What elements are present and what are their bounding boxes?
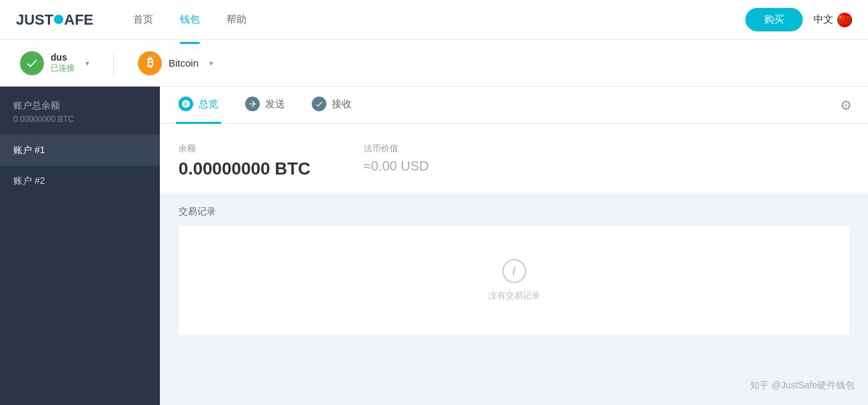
sidebar: 账户总余额 0.00000000 BTC 账户 #1 账户 #2 <box>0 87 160 405</box>
transaction-empty-state: i 没有交易记录 <box>179 226 849 335</box>
no-transactions-text: 没有交易记录 <box>488 290 540 302</box>
sidebar-account-1[interactable]: 账户 #1 <box>0 135 160 166</box>
coin-dropdown-arrow: ▾ <box>209 59 213 68</box>
pie-chart-icon <box>181 99 191 109</box>
overview-tab-icon <box>179 97 193 111</box>
sidebar-total-value: 0.00000000 BTC <box>13 115 147 124</box>
send-tab-icon <box>245 97 260 111</box>
tab-receive-label: 接收 <box>332 98 352 111</box>
transaction-section: 交易记录 i 没有交易记录 <box>160 193 868 335</box>
crypto-balance-block: 余额 0.00000000 BTC <box>179 143 310 179</box>
tab-send-label: 发送 <box>265 98 285 111</box>
lang-selector[interactable]: 中文 <box>813 13 852 27</box>
main-nav: 首页 钱包 帮助 <box>133 8 745 31</box>
tab-overview[interactable]: 总览 <box>176 87 221 124</box>
subheader-divider <box>113 51 114 75</box>
main-layout: 账户总余额 0.00000000 BTC 账户 #1 账户 #2 总览 <box>0 87 868 405</box>
balance-section: 余额 0.00000000 BTC 法币价值 ≈0.00 USD <box>160 124 868 193</box>
receive-icon <box>314 99 324 109</box>
nav-wallet[interactable]: 钱包 <box>180 8 200 31</box>
logo-just: JUST <box>16 11 53 29</box>
header-right: 购买 中文 <box>745 8 852 31</box>
wallet-name: dus <box>51 52 75 63</box>
logo-dot <box>54 15 63 24</box>
tab-receive[interactable]: 接收 <box>309 87 354 124</box>
watermark: 知乎 @JustSafe硬件钱包 <box>750 380 855 392</box>
header: JUSTAFE 首页 钱包 帮助 购买 中文 <box>0 0 868 40</box>
fiat-value: ≈0.00 USD <box>364 159 429 174</box>
subheader: dus 已连接 ▾ ₿ Bitcoin ▾ <box>0 40 868 87</box>
wallet-dropdown-arrow: ▾ <box>85 59 89 68</box>
logo: JUSTAFE <box>16 11 93 29</box>
lang-label: 中文 <box>813 13 833 26</box>
fiat-label: 法币价值 <box>364 143 429 155</box>
sidebar-total: 账户总余额 0.00000000 BTC <box>0 87 160 135</box>
wallet-name-block: dus 已连接 <box>51 52 75 74</box>
tab-send[interactable]: 发送 <box>242 87 288 124</box>
info-icon: i <box>502 259 526 283</box>
balance-label: 余额 <box>179 143 310 155</box>
coin-name: Bitcoin <box>169 57 199 69</box>
balance-row: 余额 0.00000000 BTC 法币价值 ≈0.00 USD <box>179 143 849 179</box>
sidebar-account-2[interactable]: 账户 #2 <box>0 166 160 197</box>
send-icon <box>248 99 257 109</box>
nav-home[interactable]: 首页 <box>133 8 153 31</box>
tab-overview-label: 总览 <box>199 98 218 111</box>
content-area: 总览 发送 接收 <box>160 87 868 405</box>
transaction-label: 交易记录 <box>179 206 849 218</box>
wallet-selector[interactable]: dus 已连接 ▾ <box>20 51 89 75</box>
balance-value: 0.00000000 BTC <box>179 159 310 179</box>
coin-selector[interactable]: ₿ Bitcoin ▾ <box>138 51 213 75</box>
wallet-status-icon <box>20 51 44 75</box>
tabs-bar: 总览 发送 接收 <box>160 87 868 124</box>
sidebar-total-label: 账户总余额 <box>13 100 147 112</box>
btc-icon: ₿ <box>138 51 162 75</box>
nav-help[interactable]: 帮助 <box>226 8 246 31</box>
fiat-balance-block: 法币价值 ≈0.00 USD <box>364 143 429 179</box>
buy-button[interactable]: 购买 <box>745 8 803 31</box>
checkmark-icon <box>25 57 39 70</box>
flag-icon <box>837 13 852 27</box>
wallet-status: 已连接 <box>51 63 75 74</box>
settings-gear-icon[interactable]: ⚙ <box>840 97 852 113</box>
tabs: 总览 发送 接收 <box>176 87 840 124</box>
receive-tab-icon <box>312 97 326 111</box>
logo-safe: AFE <box>64 11 93 29</box>
